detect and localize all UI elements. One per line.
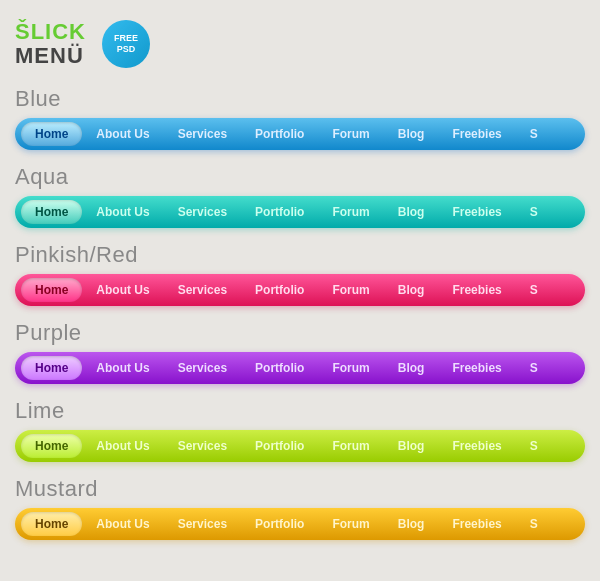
- nav-item-mustard-services[interactable]: Services: [164, 512, 241, 536]
- nav-item-blue-forum[interactable]: Forum: [318, 122, 383, 146]
- nav-item-blue-portfolio[interactable]: Portfolio: [241, 122, 318, 146]
- nav-item-mustard-portfolio[interactable]: Portfolio: [241, 512, 318, 536]
- nav-item-lime-home[interactable]: Home: [21, 434, 82, 458]
- nav-sections: BlueHomeAbout UsServicesPortfolioForumBl…: [15, 86, 585, 540]
- section-label-purple: Purple: [15, 320, 585, 346]
- nav-item-mustard-s[interactable]: S: [516, 512, 546, 536]
- nav-item-lime-services[interactable]: Services: [164, 434, 241, 458]
- nav-bar-lime: HomeAbout UsServicesPortfolioForumBlogFr…: [15, 430, 585, 462]
- nav-item-pinkred-services[interactable]: Services: [164, 278, 241, 302]
- nav-item-lime-blog[interactable]: Blog: [384, 434, 439, 458]
- nav-item-blue-about-us[interactable]: About Us: [82, 122, 163, 146]
- badge-psd: PSD: [117, 44, 136, 55]
- nav-item-aqua-blog[interactable]: Blog: [384, 200, 439, 224]
- nav-item-blue-blog[interactable]: Blog: [384, 122, 439, 146]
- nav-item-aqua-forum[interactable]: Forum: [318, 200, 383, 224]
- nav-bar-pinkred: HomeAbout UsServicesPortfolioForumBlogFr…: [15, 274, 585, 306]
- nav-bar-aqua: HomeAbout UsServicesPortfolioForumBlogFr…: [15, 196, 585, 228]
- nav-item-lime-freebies[interactable]: Freebies: [438, 434, 515, 458]
- nav-item-pinkred-home[interactable]: Home: [21, 278, 82, 302]
- nav-item-mustard-about-us[interactable]: About Us: [82, 512, 163, 536]
- section-label-lime: Lime: [15, 398, 585, 424]
- nav-item-purple-s[interactable]: S: [516, 356, 546, 380]
- nav-item-aqua-s[interactable]: S: [516, 200, 546, 224]
- nav-item-purple-freebies[interactable]: Freebies: [438, 356, 515, 380]
- nav-item-pinkred-s[interactable]: S: [516, 278, 546, 302]
- nav-item-blue-s[interactable]: S: [516, 122, 546, 146]
- nav-item-aqua-about-us[interactable]: About Us: [82, 200, 163, 224]
- free-psd-badge: FREE PSD: [102, 20, 150, 68]
- nav-item-blue-home[interactable]: Home: [21, 122, 82, 146]
- nav-item-purple-home[interactable]: Home: [21, 356, 82, 380]
- nav-item-mustard-freebies[interactable]: Freebies: [438, 512, 515, 536]
- nav-item-aqua-services[interactable]: Services: [164, 200, 241, 224]
- logo-text: ŠLICK MENÜ: [15, 20, 86, 68]
- nav-item-aqua-home[interactable]: Home: [21, 200, 82, 224]
- nav-item-purple-forum[interactable]: Forum: [318, 356, 383, 380]
- nav-item-pinkred-freebies[interactable]: Freebies: [438, 278, 515, 302]
- nav-item-pinkred-blog[interactable]: Blog: [384, 278, 439, 302]
- nav-item-blue-freebies[interactable]: Freebies: [438, 122, 515, 146]
- section-label-pinkred: Pinkish/Red: [15, 242, 585, 268]
- badge-free: FREE: [114, 33, 138, 44]
- nav-bar-blue: HomeAbout UsServicesPortfolioForumBlogFr…: [15, 118, 585, 150]
- nav-item-aqua-freebies[interactable]: Freebies: [438, 200, 515, 224]
- nav-item-purple-blog[interactable]: Blog: [384, 356, 439, 380]
- nav-item-pinkred-forum[interactable]: Forum: [318, 278, 383, 302]
- nav-item-purple-services[interactable]: Services: [164, 356, 241, 380]
- nav-item-purple-about-us[interactable]: About Us: [82, 356, 163, 380]
- nav-item-lime-about-us[interactable]: About Us: [82, 434, 163, 458]
- nav-item-lime-portfolio[interactable]: Portfolio: [241, 434, 318, 458]
- nav-bar-purple: HomeAbout UsServicesPortfolioForumBlogFr…: [15, 352, 585, 384]
- nav-item-purple-portfolio[interactable]: Portfolio: [241, 356, 318, 380]
- nav-item-mustard-home[interactable]: Home: [21, 512, 82, 536]
- header: ŠLICK MENÜ FREE PSD: [15, 20, 585, 68]
- nav-item-mustard-forum[interactable]: Forum: [318, 512, 383, 536]
- nav-item-pinkred-portfolio[interactable]: Portfolio: [241, 278, 318, 302]
- section-label-mustard: Mustard: [15, 476, 585, 502]
- nav-bar-mustard: HomeAbout UsServicesPortfolioForumBlogFr…: [15, 508, 585, 540]
- nav-item-mustard-blog[interactable]: Blog: [384, 512, 439, 536]
- nav-item-lime-s[interactable]: S: [516, 434, 546, 458]
- section-label-aqua: Aqua: [15, 164, 585, 190]
- nav-item-aqua-portfolio[interactable]: Portfolio: [241, 200, 318, 224]
- nav-item-pinkred-about-us[interactable]: About Us: [82, 278, 163, 302]
- logo-slick: ŠLICK: [15, 20, 86, 44]
- nav-item-blue-services[interactable]: Services: [164, 122, 241, 146]
- logo-menu: MENÜ: [15, 44, 86, 68]
- section-label-blue: Blue: [15, 86, 585, 112]
- nav-item-lime-forum[interactable]: Forum: [318, 434, 383, 458]
